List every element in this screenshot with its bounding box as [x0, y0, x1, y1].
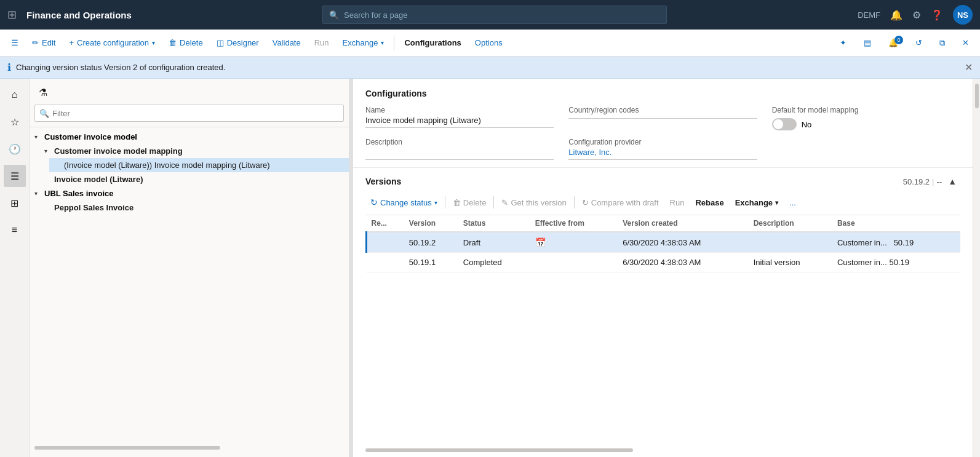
edit-button[interactable]: ✏ Edit: [26, 34, 62, 51]
tree-item-ubl-sales-invoice[interactable]: ▾ UBL Sales invoice: [30, 186, 349, 201]
provider-label: Configuration provider: [568, 138, 757, 146]
rebase-btn[interactable]: Rebase: [690, 196, 728, 210]
versions-nav-up-btn[interactable]: ▲: [944, 175, 960, 188]
notification-message: Changing version status Version 2 of con…: [16, 63, 225, 72]
tree-label: (Invoice model (Litware)) Invoice model …: [64, 161, 344, 170]
notification-bar: ℹ Changing version status Version 2 of c…: [0, 57, 980, 79]
nav-placeholder: --: [936, 177, 942, 186]
expand-nav-button[interactable]: ☰: [5, 34, 25, 51]
versions-exchange-btn[interactable]: Exchange ▾: [730, 196, 783, 210]
tree-item-customer-invoice-model[interactable]: ▾ Customer invoice model: [30, 130, 349, 144]
country-value: [568, 116, 757, 119]
home-icon-btn[interactable]: ⌂: [4, 84, 26, 106]
search-bar[interactable]: 🔍 Search for a page: [322, 6, 667, 24]
tree-item-invoice-model[interactable]: Invoice model (Litware): [39, 172, 349, 186]
modules-icon-btn[interactable]: ☰: [4, 165, 26, 187]
toolbar-sep-3: [574, 196, 575, 209]
notification-badge-btn[interactable]: 🔔 0: [882, 34, 904, 51]
table-row[interactable]: 50.19.1 Completed 6/30/2020 4:38:03 AM I…: [367, 253, 961, 272]
designer-button[interactable]: ◫ Designer: [210, 34, 265, 51]
tree-item-customer-invoice-model-mapping[interactable]: ▾ Customer invoice model mapping: [39, 144, 349, 158]
notification-close-button[interactable]: ✕: [965, 62, 973, 73]
filter-wrap: 🔍: [34, 105, 344, 122]
tree-panel: ⚗ 🔍 ▾ Customer invoice model ▾ Customer …: [30, 79, 349, 457]
tree-label: UBL Sales invoice: [44, 189, 344, 198]
tree-label: Customer invoice model mapping: [54, 146, 344, 156]
tree-item-invoice-model-litware[interactable]: (Invoice model (Litware)) Invoice model …: [49, 158, 349, 172]
close-btn[interactable]: ✕: [956, 34, 975, 51]
versions-table-head: Re... Version Status Effective from Vers…: [367, 215, 961, 232]
toggle-group: No: [772, 118, 960, 130]
top-nav-right: DEMF 🔔 ⚙ ❓ NS: [858, 5, 973, 25]
get-version-btn[interactable]: ✎ Get this version: [496, 196, 571, 210]
cell-version-created: 6/30/2020 4:38:03 AM: [618, 232, 748, 253]
recent-icon-btn[interactable]: 🕐: [4, 138, 26, 160]
tree-label: Peppol Sales Invoice: [54, 203, 344, 212]
country-field-group: Country/region codes: [568, 106, 757, 130]
name-value: Invoice model mapping (Litware): [365, 116, 554, 128]
versions-table: Re... Version Status Effective from Vers…: [365, 215, 960, 272]
workspaces-icon-btn[interactable]: ⊞: [4, 192, 26, 214]
list-icon-btn[interactable]: ≡: [4, 219, 26, 241]
configurations-section-title: Configurations: [365, 89, 960, 98]
versions-table-body: 50.19.2 Draft 📅 6/30/2020 4:38:03 AM Cus…: [367, 232, 961, 272]
grid-icon[interactable]: ⊞: [7, 8, 17, 22]
validate-button[interactable]: Validate: [266, 34, 307, 51]
change-status-chevron: ▾: [434, 199, 437, 206]
versions-delete-btn[interactable]: 🗑 Delete: [448, 196, 492, 210]
versions-title: Versions: [365, 177, 903, 186]
help-icon[interactable]: ❓: [931, 9, 943, 21]
options-button[interactable]: Options: [469, 34, 509, 51]
tree-filter-area: ⚗ 🔍: [30, 79, 349, 127]
compare-draft-btn[interactable]: ↻ Compare with draft: [577, 196, 664, 210]
avatar[interactable]: NS: [953, 5, 973, 25]
configurations-button[interactable]: Configurations: [398, 34, 467, 51]
tree-item-peppol-sales-invoice[interactable]: Peppol Sales Invoice: [39, 201, 349, 215]
cell-status: Draft: [458, 232, 530, 253]
versions-run-btn[interactable]: Run: [665, 196, 690, 210]
base-version-link[interactable]: 50.19: [894, 238, 914, 247]
col-re: Re...: [367, 215, 404, 232]
col-status: Status: [458, 215, 530, 232]
filter-icon-btn[interactable]: ⚗: [34, 84, 52, 101]
cell-status: Completed: [458, 253, 530, 272]
favorites-icon-btn[interactable]: ☆: [4, 111, 26, 133]
default-mapping-toggle[interactable]: [772, 118, 797, 130]
country-label: Country/region codes: [568, 106, 757, 114]
versions-header: Versions 50.19.2 | -- ▲: [365, 175, 960, 188]
versions-table-header-row: Re... Version Status Effective from Vers…: [367, 215, 961, 232]
refresh-btn[interactable]: ↺: [909, 34, 928, 51]
tree-horizontal-scrollbar[interactable]: [34, 446, 220, 450]
versions-nav: 50.19.2 | -- ▲: [903, 175, 960, 188]
cell-description: [749, 232, 832, 253]
table-row[interactable]: 50.19.2 Draft 📅 6/30/2020 4:38:03 AM Cus…: [367, 232, 961, 253]
gear-icon[interactable]: ⚙: [912, 9, 921, 21]
config-fields: Name Invoice model mapping (Litware) Cou…: [365, 106, 960, 160]
search-filter-icon: 🔍: [39, 109, 49, 118]
provider-value[interactable]: Litware, Inc.: [568, 148, 757, 160]
panel-icon-btn[interactable]: ▤: [858, 34, 877, 51]
cell-description: Initial version: [749, 253, 832, 272]
create-config-button[interactable]: + Create configuration ▾: [63, 34, 161, 51]
name-label: Name: [365, 106, 554, 114]
change-status-btn[interactable]: ↻ Change status ▾: [365, 195, 442, 210]
detail-panel-scrollbar[interactable]: [973, 79, 980, 457]
chevron-icon: ▾: [44, 148, 54, 154]
col-version-created: Version created: [618, 215, 748, 232]
calendar-icon[interactable]: 📅: [535, 237, 546, 247]
delete-icon: 🗑: [169, 38, 177, 47]
exchange-button[interactable]: Exchange ▾: [337, 34, 391, 51]
default-mapping-field-group: Default for model mapping No: [772, 106, 960, 130]
open-new-btn[interactable]: ⧉: [933, 34, 951, 52]
run-button[interactable]: Run: [308, 34, 335, 51]
bell-icon[interactable]: 🔔: [890, 9, 902, 21]
base-link[interactable]: Customer in...: [837, 238, 887, 247]
filter-input[interactable]: [34, 105, 344, 122]
cell-base: Customer in... 50.19: [832, 232, 960, 253]
versions-horizontal-scrollbar[interactable]: [365, 448, 633, 452]
versions-more-btn[interactable]: ...: [784, 196, 801, 210]
name-field-group: Name Invoice model mapping (Litware): [365, 106, 554, 130]
delete-button[interactable]: 🗑 Delete: [162, 34, 209, 51]
settings-icon-btn[interactable]: ✦: [834, 34, 853, 51]
compare-icon: ↻: [582, 198, 589, 207]
